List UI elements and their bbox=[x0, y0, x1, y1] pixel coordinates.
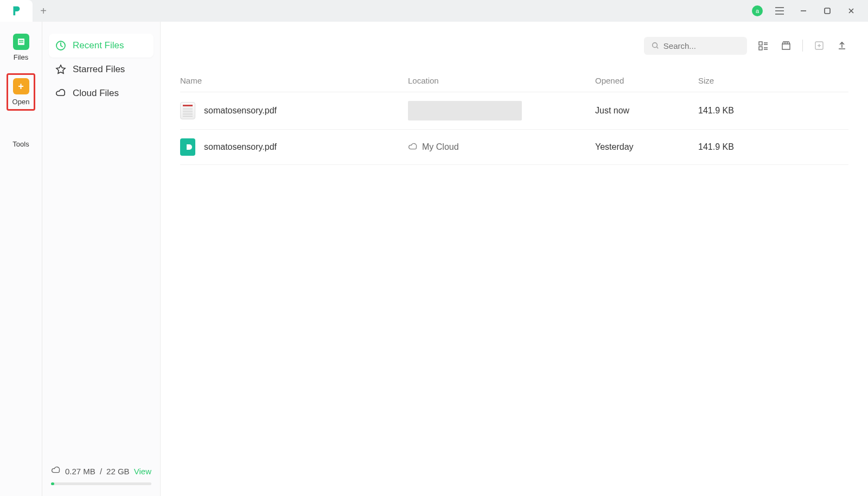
svg-rect-3 bbox=[19, 42, 23, 43]
svg-rect-7 bbox=[759, 47, 762, 50]
header-opened[interactable]: Opened bbox=[595, 76, 698, 85]
file-opened: Yesterday bbox=[595, 142, 698, 152]
storage-total: 22 GB bbox=[106, 467, 130, 476]
file-opened: Just now bbox=[595, 106, 698, 116]
file-table: Name Location Opened Size somatosensory.… bbox=[161, 69, 868, 165]
star-icon bbox=[55, 64, 66, 75]
close-button[interactable] bbox=[844, 4, 858, 18]
storage-used: 0.27 MB bbox=[65, 467, 95, 476]
rail-tools-label: Tools bbox=[12, 140, 29, 148]
pdf-cloud-icon bbox=[180, 138, 195, 156]
file-name: somatosensory.pdf bbox=[204, 142, 277, 152]
view-toggle-button[interactable] bbox=[757, 39, 770, 52]
sidebar: Recent Files Starred Files Cloud Files 0… bbox=[42, 22, 161, 496]
rail-files[interactable]: Files bbox=[11, 31, 31, 63]
header-size[interactable]: Size bbox=[698, 76, 848, 85]
storage-sep: / bbox=[100, 467, 102, 476]
storage-indicator: 0.27 MB / 22 GB View bbox=[49, 461, 154, 489]
clock-icon bbox=[55, 40, 66, 51]
file-size: 141.9 KB bbox=[698, 106, 848, 116]
new-file-button[interactable] bbox=[813, 39, 826, 52]
rail-tools[interactable]: Tools bbox=[10, 120, 31, 150]
header-location[interactable]: Location bbox=[408, 76, 595, 85]
titlebar-right: a bbox=[752, 4, 868, 18]
sidebar-item-starred[interactable]: Starred Files bbox=[49, 58, 154, 81]
upload-button[interactable] bbox=[835, 39, 848, 52]
new-tab-button[interactable]: + bbox=[33, 5, 54, 17]
sidebar-item-label: Cloud Files bbox=[73, 88, 119, 99]
search-icon bbox=[652, 41, 659, 50]
rail-files-label: Files bbox=[14, 53, 28, 61]
main: Files + Open Tools Recent Files Starred … bbox=[0, 22, 868, 496]
search-input[interactable] bbox=[663, 41, 739, 50]
svg-rect-6 bbox=[759, 42, 762, 45]
cloud-icon bbox=[408, 142, 418, 152]
search-box[interactable] bbox=[644, 37, 747, 55]
titlebar-left: + bbox=[0, 0, 54, 22]
maximize-button[interactable] bbox=[820, 4, 834, 18]
rail-open-label: Open bbox=[12, 98, 30, 106]
rail-open[interactable]: + Open bbox=[7, 73, 36, 111]
table-row[interactable]: somatosensory.pdf Just now 141.9 KB bbox=[180, 92, 848, 130]
svg-rect-2 bbox=[19, 40, 23, 41]
storage-progress-fill bbox=[51, 482, 54, 485]
cloud-icon bbox=[55, 88, 66, 99]
store-button[interactable] bbox=[780, 39, 793, 52]
titlebar: + a bbox=[0, 0, 868, 22]
pdf-doc-icon bbox=[180, 102, 195, 119]
svg-point-5 bbox=[653, 43, 658, 48]
minimize-button[interactable] bbox=[796, 4, 810, 18]
storage-view-link[interactable]: View bbox=[134, 467, 151, 476]
left-rail: Files + Open Tools bbox=[0, 22, 42, 496]
tools-icon bbox=[14, 123, 28, 137]
files-icon bbox=[13, 34, 29, 50]
menu-icon[interactable] bbox=[773, 4, 787, 18]
location-text: My Cloud bbox=[422, 142, 459, 152]
svg-rect-0 bbox=[825, 8, 830, 14]
app-logo-icon bbox=[10, 5, 22, 17]
storage-progress bbox=[51, 482, 151, 485]
sidebar-item-recent[interactable]: Recent Files bbox=[49, 34, 154, 58]
table-header: Name Location Opened Size bbox=[180, 69, 848, 92]
sidebar-item-cloud[interactable]: Cloud Files bbox=[49, 81, 154, 105]
open-icon: + bbox=[13, 78, 29, 94]
home-tab[interactable] bbox=[0, 0, 33, 22]
table-row[interactable]: somatosensory.pdf My Cloud Yesterday 141… bbox=[180, 130, 848, 165]
sidebar-item-label: Starred Files bbox=[73, 64, 125, 75]
file-size: 141.9 KB bbox=[698, 142, 848, 152]
sidebar-item-label: Recent Files bbox=[73, 40, 124, 51]
file-name: somatosensory.pdf bbox=[204, 106, 277, 116]
location-cloud: My Cloud bbox=[408, 142, 595, 152]
content: Name Location Opened Size somatosensory.… bbox=[161, 22, 868, 496]
header-name[interactable]: Name bbox=[180, 76, 408, 85]
user-avatar[interactable]: a bbox=[752, 5, 763, 16]
cloud-small-icon bbox=[51, 466, 61, 477]
toolbar-divider bbox=[802, 40, 803, 52]
location-redacted bbox=[408, 101, 522, 120]
toolbar bbox=[161, 22, 868, 69]
